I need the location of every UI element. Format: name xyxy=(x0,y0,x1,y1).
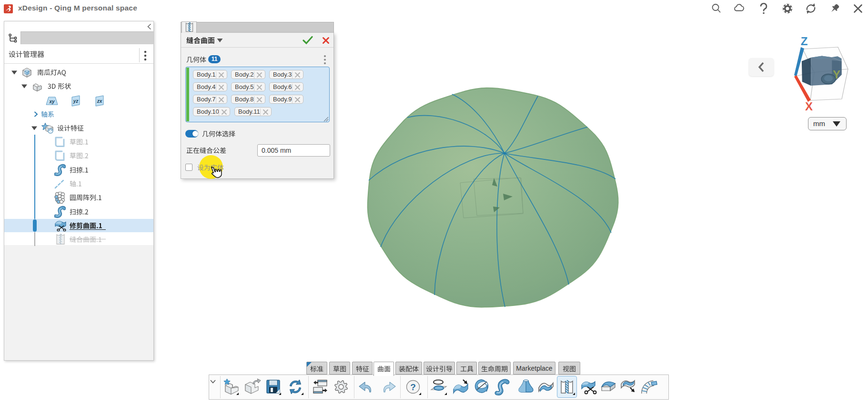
svg-text:xy: xy xyxy=(49,99,55,104)
svg-text:X: X xyxy=(805,100,813,113)
svg-text:zx: zx xyxy=(97,99,102,104)
svg-text:yz: yz xyxy=(73,99,79,104)
svg-text:Y: Y xyxy=(833,68,840,81)
svg-text:Z: Z xyxy=(801,35,808,48)
svg-text:?: ? xyxy=(410,382,416,392)
